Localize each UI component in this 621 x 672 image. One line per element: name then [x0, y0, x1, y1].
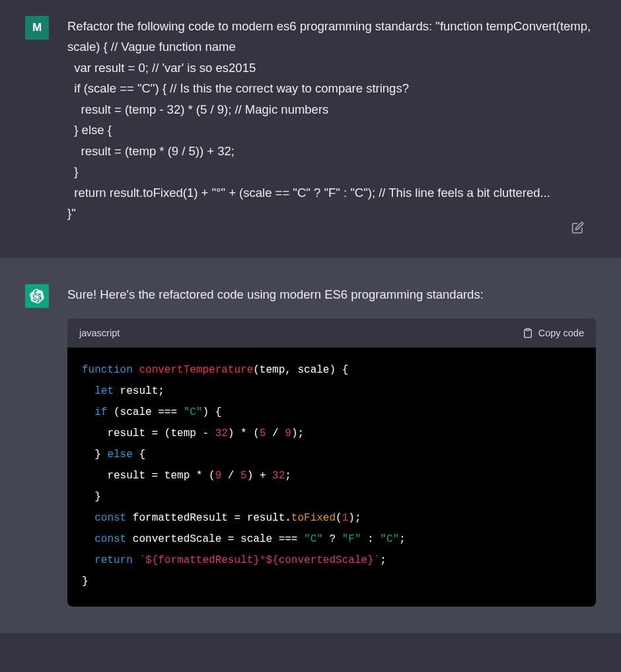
code-block: javascript Copy code function convertTem…: [67, 318, 596, 607]
copy-code-label: Copy code: [538, 328, 584, 338]
copy-code-button[interactable]: Copy code: [523, 328, 584, 338]
user-message: M Refactor the following code to modern …: [0, 0, 621, 258]
code-header: javascript Copy code: [67, 318, 596, 348]
assistant-message: Sure! Here's the refactored code using m…: [0, 258, 621, 633]
user-avatar: M: [25, 16, 49, 40]
assistant-message-content: Sure! Here's the refactored code using m…: [67, 284, 596, 607]
assistant-avatar: [25, 284, 49, 308]
code-body[interactable]: function convertTemperature(temp, scale)…: [67, 348, 596, 607]
clipboard-icon: [523, 328, 533, 338]
user-message-content: Refactor the following code to modern es…: [67, 16, 596, 223]
user-message-text: Refactor the following code to modern es…: [67, 16, 596, 223]
assistant-intro-text: Sure! Here's the refactored code using m…: [67, 284, 596, 305]
edit-icon[interactable]: [571, 221, 584, 237]
code-language-label: javascript: [79, 325, 120, 342]
svg-rect-0: [526, 328, 529, 330]
